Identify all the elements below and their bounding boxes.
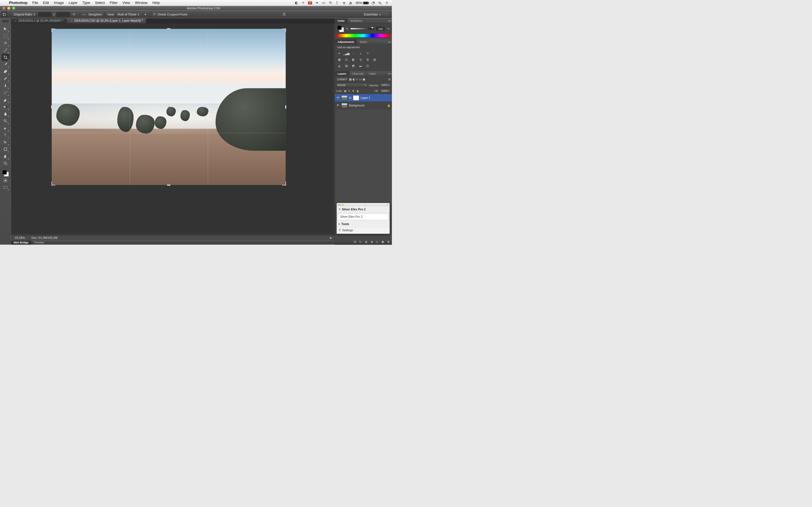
1password-icon[interactable]: 1 [308, 1, 312, 4]
float-section-header[interactable]: Tools [337, 221, 389, 227]
crop-width-input[interactable] [38, 12, 52, 17]
silver-efex-panel[interactable]: — × Silver Efex Pro 2 Silver Efex Pro 2 … [337, 203, 390, 234]
notification-center-icon[interactable]: ≡ [385, 1, 389, 5]
menu-layer[interactable]: Layer [66, 1, 80, 5]
tab-mini-bridge[interactable]: Mini Bridge [11, 240, 31, 245]
float-section-header[interactable]: Silver Efex Pro 2 [337, 207, 389, 213]
close-tab-icon[interactable]: × [15, 19, 17, 22]
mac-menubar[interactable]: Photoshop File Edit Image Layer Type Sel… [0, 0, 392, 6]
canvas-area[interactable] [11, 23, 335, 235]
tab-channels[interactable]: Channels [349, 71, 366, 76]
settings-resize-icon[interactable]: ⋰ [385, 229, 388, 232]
filter-type-icon[interactable]: T [356, 78, 358, 81]
layer-name[interactable]: Background [349, 104, 386, 107]
float-close-icon[interactable]: × [387, 203, 389, 206]
disclosure-icon[interactable] [339, 209, 341, 210]
menu-image[interactable]: Image [52, 1, 66, 5]
filter-toggle-icon[interactable]: ⊘ [388, 78, 391, 81]
zoom-readout[interactable]: 33,33% [11, 236, 29, 240]
delete-layer-icon[interactable]: 🗑 [387, 240, 390, 243]
adj-map-icon[interactable]: ▬ [358, 64, 363, 68]
menu-filter[interactable]: Filter [107, 1, 120, 5]
timemachine-icon[interactable]: ↻ [328, 1, 333, 5]
adj-exposure-icon[interactable]: ± [358, 51, 363, 55]
adj-brightness-icon[interactable]: ☀ [337, 51, 342, 55]
panel-menu-icon[interactable]: ▾≡ [388, 39, 392, 45]
filter-shape-icon[interactable]: ▭ [359, 78, 361, 81]
lock-transparency-icon[interactable]: ▦ [344, 90, 346, 93]
pen-tool[interactable] [2, 124, 9, 131]
lock-move-icon[interactable]: ✥ [352, 90, 354, 93]
close-window-button[interactable] [3, 7, 6, 10]
clock-icon[interactable]: ◔ [371, 1, 375, 5]
menu-type[interactable]: Type [80, 1, 93, 5]
shape-tool[interactable] [2, 146, 9, 153]
color-spectrum[interactable] [337, 34, 390, 38]
workspace-dropdown[interactable]: Essentials ▲▼ [363, 12, 390, 17]
tab-paths[interactable]: Paths [366, 71, 378, 76]
zoom-tool[interactable] [2, 160, 9, 167]
adj-lookup-icon[interactable]: ▥ [372, 57, 377, 62]
adj-threshold-icon[interactable]: ◩ [351, 64, 356, 68]
menu-select[interactable]: Select [93, 1, 107, 5]
lock-all-icon[interactable]: 🔒 [356, 90, 359, 93]
app-menu[interactable]: Photoshop [6, 1, 30, 5]
crop-view-dropdown[interactable]: Rule of Thirds ▲▼ [116, 12, 141, 17]
tab-adjustments[interactable]: Adjustments [335, 39, 357, 45]
adj-bw-icon[interactable]: ◧ [351, 57, 356, 62]
filter-adjust-icon[interactable]: ◐ [353, 78, 355, 81]
new-adjustment-icon[interactable]: ◑ [370, 240, 373, 244]
palette-grip[interactable] [0, 19, 11, 23]
history-brush-tool[interactable] [2, 89, 9, 96]
layer-thumbnail[interactable] [342, 96, 347, 100]
adj-invert-icon[interactable]: ◭ [337, 64, 342, 68]
new-group-icon[interactable]: 🗀 [375, 240, 378, 243]
layer-name[interactable]: Layer 1 [361, 96, 391, 100]
path-select-tool[interactable] [2, 138, 9, 146]
volume-icon[interactable]: 🔈 [349, 1, 353, 5]
gradient-tool[interactable] [2, 103, 9, 110]
adj-balance-icon[interactable]: ⚖ [344, 57, 349, 62]
window-controls[interactable] [0, 7, 15, 10]
tab-layers[interactable]: Layers [335, 71, 349, 76]
menu-window[interactable]: Window [133, 1, 150, 5]
adj-hue-icon[interactable]: ▦ [337, 57, 342, 62]
layer-item[interactable]: 👁 ⛓ Layer 1 [335, 94, 392, 102]
layer-item[interactable]: 👁 Background 🔒 [335, 102, 392, 109]
color-swatch[interactable] [337, 25, 344, 32]
tab-styles[interactable]: Styles [357, 39, 370, 45]
mask-link-icon[interactable]: ⛓ [349, 96, 352, 99]
adj-photo-filter-icon[interactable]: ◎ [358, 57, 363, 62]
type-tool[interactable]: T [2, 131, 9, 138]
adj-selective-icon[interactable]: ◫ [365, 64, 370, 68]
panel-menu-icon[interactable]: ▾≡ [388, 18, 392, 24]
menu-help[interactable]: Help [150, 1, 162, 5]
airplay-icon[interactable]: ▭ [322, 1, 326, 5]
spotlight-icon[interactable] [378, 1, 382, 5]
blend-mode-dropdown[interactable]: Normal▲▼ [336, 83, 368, 87]
float-filter-entry[interactable]: Silver Efex Pro 2 [338, 214, 388, 220]
k-slider[interactable] [350, 28, 373, 30]
current-tool-icon[interactable] [2, 12, 7, 17]
layer-thumbnail[interactable] [342, 103, 347, 108]
evernote-icon[interactable]: ❧ [315, 1, 319, 5]
menu-file[interactable]: File [30, 1, 41, 5]
battery-status[interactable]: 95% [356, 1, 368, 5]
adj-vibrance-icon[interactable]: ▽ [365, 51, 370, 55]
float-panel-titlebar[interactable]: — × [337, 203, 389, 207]
layer-filter-dropdown[interactable]: ρKind▲▼ [336, 77, 348, 81]
blur-tool[interactable] [2, 110, 9, 117]
crop-options-gear-icon[interactable]: ✦ [143, 12, 148, 17]
disclosure-icon[interactable] [339, 223, 340, 225]
rotate-crop-icon[interactable]: ⟳ [71, 12, 77, 17]
tab-swatches[interactable]: Swatches [348, 18, 365, 24]
adj-levels-icon[interactable]: ▁▃▅ [344, 51, 349, 55]
document-tab[interactable]: × D53U5324-2 @ 33,3% (RGB/8*) * [11, 18, 67, 23]
dodge-tool[interactable] [2, 117, 9, 124]
eraser-tool[interactable] [2, 96, 9, 103]
crop-ratio-dropdown[interactable]: Original Ratio ▲▼ [12, 12, 36, 17]
document-canvas[interactable] [52, 29, 286, 185]
add-mask-icon[interactable]: ◐ [365, 240, 367, 244]
reset-crop-icon[interactable] [282, 12, 287, 17]
status-menu-icon[interactable]: ▶ [327, 236, 335, 240]
